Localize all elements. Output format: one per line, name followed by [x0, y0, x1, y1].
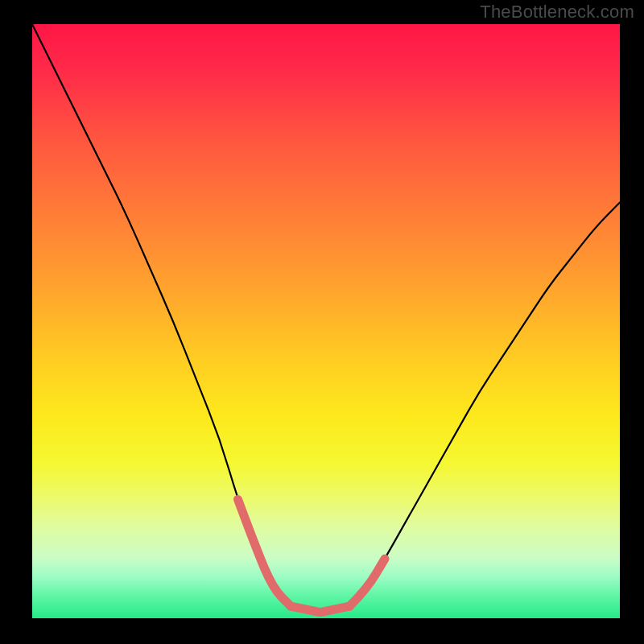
plot-area [32, 24, 620, 618]
highlight-bottom-path [291, 606, 349, 612]
main-curve-path [32, 24, 620, 613]
watermark-label: TheBottleneck.com [480, 2, 634, 23]
highlight-right-path [349, 559, 385, 606]
highlight-left-path [238, 499, 291, 606]
bottleneck-curve [32, 24, 620, 618]
chart-frame: TheBottleneck.com [0, 0, 644, 644]
